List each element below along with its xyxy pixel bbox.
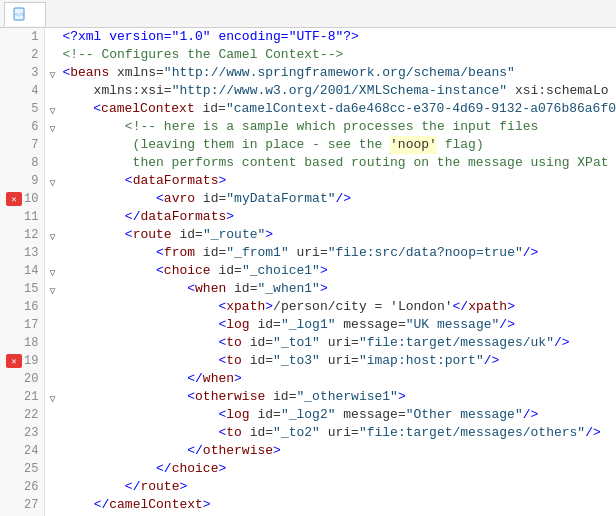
fold-icon-6[interactable]: ▽ xyxy=(49,121,61,133)
code-line-20: </when> xyxy=(49,370,616,388)
bracket-token: </ xyxy=(156,460,172,478)
text-token xyxy=(62,496,93,514)
tag-token: dataFormats xyxy=(140,208,226,226)
bracket-token: < xyxy=(62,64,70,82)
code-line-18: <to id="_to1" uri="file:target/messages/… xyxy=(49,334,616,352)
text-token xyxy=(62,244,156,262)
fold-icon-14[interactable]: ▽ xyxy=(49,265,61,277)
code-line-2: <!-- Configures the Camel Context--> xyxy=(49,46,616,64)
line-number-4: 4 xyxy=(6,82,38,100)
tab-bar: </> xyxy=(0,0,616,28)
bracket-token: /> xyxy=(336,190,352,208)
text-token xyxy=(62,262,156,280)
code-line-12: ▽ <route id="_route"> xyxy=(49,226,616,244)
text-token: id= xyxy=(195,100,226,118)
text-token xyxy=(62,172,124,190)
text-token: xmlns:xsi= xyxy=(62,82,171,100)
bracket-token: < xyxy=(93,100,101,118)
text-token: id= xyxy=(195,190,226,208)
tag-token: route xyxy=(140,478,179,496)
text-token xyxy=(62,334,218,352)
line-number-11: 11 xyxy=(6,208,38,226)
code-line-19: <to id="_to3" uri="imap:host:port"/> xyxy=(49,352,616,370)
value-token: "camelContext-da6e468cc-e370-4d69-9132-a… xyxy=(226,100,616,118)
noop-highlight: 'noop' xyxy=(390,136,437,154)
line-number-23: 23 xyxy=(6,424,38,442)
code-line-3: ▽<beans xmlns="http://www.springframewor… xyxy=(49,64,616,82)
bracket-token: </ xyxy=(125,478,141,496)
line-number-26: 26 xyxy=(6,478,38,496)
bracket-token: > xyxy=(265,226,273,244)
text-token xyxy=(62,370,187,388)
bracket-token: > xyxy=(507,298,515,316)
text-token xyxy=(62,190,156,208)
svg-text:</>: </> xyxy=(15,11,24,17)
code-line-27: </camelContext> xyxy=(49,496,616,514)
line-number-18: 18 xyxy=(6,334,38,352)
fold-icon-5[interactable]: ▽ xyxy=(49,103,61,115)
text-token xyxy=(62,226,124,244)
tag-token: dataFormats xyxy=(133,172,219,190)
code-line-8: then performs content based routing on t… xyxy=(49,154,616,172)
line-number-17: 17 xyxy=(6,316,38,334)
bracket-token: > xyxy=(218,172,226,190)
code-line-5: ▽ <camelContext id="camelContext-da6e468… xyxy=(49,100,616,118)
text-token xyxy=(62,478,124,496)
text-token xyxy=(62,460,156,478)
fold-icon-15[interactable]: ▽ xyxy=(49,283,61,295)
line-number-13: 13 xyxy=(6,244,38,262)
tag-token: choice xyxy=(164,262,211,280)
value-token: "_log2" xyxy=(281,406,336,424)
bracket-token: /> xyxy=(585,424,601,442)
value-token: "imap:host:port" xyxy=(359,352,484,370)
bracket-token: < xyxy=(156,244,164,262)
tab-camel-context[interactable]: </> xyxy=(4,2,46,26)
bracket-token: > xyxy=(320,262,328,280)
text-token xyxy=(62,298,218,316)
tag-token: otherwise xyxy=(195,388,265,406)
line-number-2: 2 xyxy=(6,46,38,64)
tag-token: to xyxy=(226,334,242,352)
bracket-token: > xyxy=(320,280,328,298)
line-number-27: 27 xyxy=(6,496,38,514)
bracket-token: > xyxy=(179,478,187,496)
bracket-token: < xyxy=(156,262,164,280)
bracket-token: < xyxy=(218,316,226,334)
fold-icon-21[interactable]: ▽ xyxy=(49,391,61,403)
value-token: "http://www.w3.org/2001/XMLSchema-instan… xyxy=(172,82,507,100)
value-token: "file:target/messages/uk" xyxy=(359,334,554,352)
text-token: id= xyxy=(211,262,242,280)
line-number-21: 21 xyxy=(6,388,38,406)
error-badge-10[interactable]: ✕ xyxy=(6,192,22,206)
bracket-token: /> xyxy=(484,352,500,370)
tag-token: camelContext xyxy=(109,496,203,514)
code-line-4: xmlns:xsi="http://www.w3.org/2001/XMLSch… xyxy=(49,82,616,100)
fold-icon-12[interactable]: ▽ xyxy=(49,229,61,241)
text-token: id= xyxy=(242,424,273,442)
code-line-1: <?xml version="1.0" encoding="UTF-8"?> xyxy=(49,28,616,46)
text-token: id= xyxy=(265,388,296,406)
error-badge-19[interactable]: ✕ xyxy=(6,354,22,368)
text-token xyxy=(62,316,218,334)
text-token xyxy=(62,424,218,442)
line-number-19: ✕19 xyxy=(6,352,38,370)
fold-icon-9[interactable]: ▽ xyxy=(49,175,61,187)
text-token: uri= xyxy=(320,424,359,442)
line-number-9: 9 xyxy=(6,172,38,190)
bracket-token: < xyxy=(187,388,195,406)
value-token: "_otherwise1" xyxy=(296,388,397,406)
text-token: xsi:schemaLo xyxy=(507,82,608,100)
code-area[interactable]: <?xml version="1.0" encoding="UTF-8"?><!… xyxy=(45,28,616,516)
fold-icon-3[interactable]: ▽ xyxy=(49,67,61,79)
comment-token: (leaving them in place - see the xyxy=(62,136,390,154)
text-token: uri= xyxy=(320,352,359,370)
text-token: id= xyxy=(242,352,273,370)
line-number-22: 22 xyxy=(6,406,38,424)
code-line-9: ▽ <dataFormats> xyxy=(49,172,616,190)
text-token xyxy=(62,352,218,370)
bracket-token: /> xyxy=(499,316,515,334)
line-number-20: 20 xyxy=(6,370,38,388)
text-token xyxy=(62,442,187,460)
code-line-10: <avro id="myDataFormat"/> xyxy=(49,190,616,208)
text-token: id= xyxy=(242,334,273,352)
